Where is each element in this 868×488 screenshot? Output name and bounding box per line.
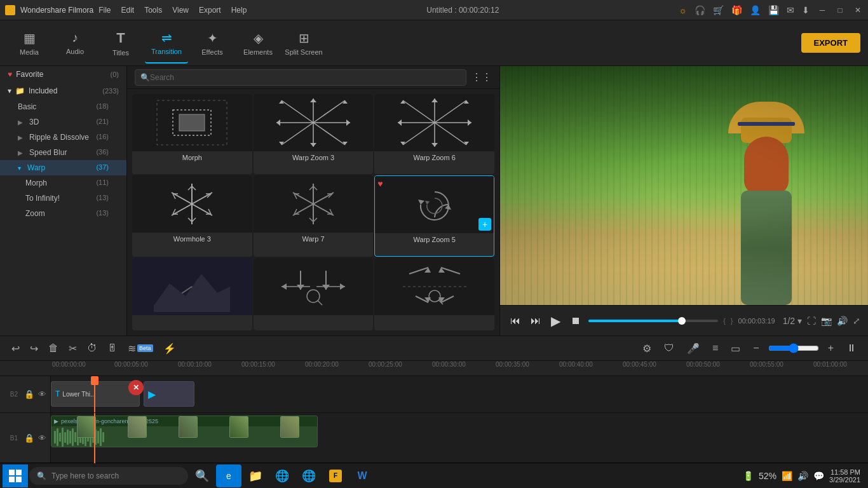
track-1-content[interactable]: ▶ pexels-maksim-goncharenok-5642525 bbox=[51, 413, 868, 463]
category-ripple[interactable]: ▶ Ripple & Dissolve (16) bbox=[0, 130, 126, 145]
task-app-filmora[interactable]: F bbox=[323, 464, 348, 487]
duration-button[interactable]: ⏱ bbox=[83, 340, 101, 356]
motion-button[interactable]: ⚡ bbox=[159, 340, 180, 357]
pause-timeline-btn[interactable]: ⏸ bbox=[843, 340, 860, 356]
category-zoom[interactable]: Zoom (13) bbox=[0, 206, 126, 221]
play-button[interactable]: ▶ bbox=[548, 311, 563, 331]
headphone-icon[interactable]: 🎧 bbox=[695, 5, 705, 15]
tool-titles[interactable]: T Titles bbox=[99, 23, 142, 64]
stop-button[interactable]: ⏹ bbox=[568, 313, 583, 329]
video-playhead[interactable] bbox=[94, 413, 95, 463]
track-1-eye[interactable]: 👁 bbox=[38, 433, 46, 443]
subtitle-icon[interactable]: ≡ bbox=[709, 340, 722, 356]
snapshot-button[interactable]: 📷 bbox=[821, 316, 832, 326]
transition-row3-3[interactable] bbox=[374, 258, 494, 330]
audio-waves-button[interactable]: ≋ Beta bbox=[124, 340, 157, 357]
category-included[interactable]: ▾ 📁 Included (233) bbox=[0, 83, 126, 99]
zoom-in-btn[interactable]: + bbox=[824, 340, 837, 356]
undo-button[interactable]: ↩ bbox=[8, 340, 24, 357]
menu-tools[interactable]: Tools bbox=[144, 6, 162, 15]
video-clip[interactable]: ▶ pexels-maksim-goncharenok-5642525 bbox=[51, 416, 318, 447]
tool-media[interactable]: ▦ Media bbox=[8, 23, 51, 64]
menu-help[interactable]: Help bbox=[231, 6, 247, 15]
step-back-button[interactable]: ⏮ bbox=[508, 313, 523, 329]
transition-warpzoom6[interactable]: Warp Zoom 6 bbox=[374, 94, 494, 174]
category-morph[interactable]: Morph (11) bbox=[0, 175, 126, 191]
transition-wormhole3[interactable]: Wormhole 3 bbox=[132, 175, 252, 257]
track-1-lock[interactable]: 🔒 bbox=[24, 433, 34, 443]
volume-button[interactable]: 🔊 bbox=[837, 316, 848, 326]
transition-warp7[interactable]: Warp 7 bbox=[254, 175, 374, 257]
maximize-button[interactable]: □ bbox=[835, 5, 845, 15]
shield-icon[interactable]: 🛡 bbox=[660, 340, 678, 356]
gift-icon[interactable]: 🎁 bbox=[731, 5, 742, 15]
wifi-icon[interactable]: 📶 bbox=[782, 471, 792, 481]
task-app-edge[interactable]: e bbox=[216, 464, 241, 487]
playhead[interactable] bbox=[94, 376, 95, 412]
tool-transition[interactable]: ⇌ Transition bbox=[145, 23, 188, 64]
progress-handle[interactable] bbox=[678, 317, 686, 325]
settings-icon[interactable]: ⚙ bbox=[639, 340, 655, 357]
overlay-icon[interactable]: ▭ bbox=[727, 340, 744, 357]
page-display[interactable]: 1/2 ▾ bbox=[783, 316, 802, 326]
delete-button[interactable]: 🗑 bbox=[44, 340, 62, 356]
close-button[interactable]: ✕ bbox=[853, 5, 863, 15]
start-button[interactable] bbox=[3, 464, 28, 487]
category-basic[interactable]: Basic (18) bbox=[0, 99, 126, 114]
audio-mix-button[interactable]: 🎚 bbox=[104, 340, 121, 356]
track-2-lock[interactable]: 🔒 bbox=[24, 390, 34, 399]
zoom-slider[interactable] bbox=[768, 343, 819, 353]
mail-icon[interactable]: ✉ bbox=[787, 5, 794, 15]
category-warp[interactable]: ▾ Warp (37) bbox=[0, 160, 126, 175]
transition-warpzoom3[interactable]: Warp Zoom 3 bbox=[254, 94, 374, 174]
add-transition-icon[interactable]: + bbox=[478, 218, 491, 231]
progress-bar[interactable] bbox=[588, 320, 718, 322]
title-clip-2[interactable]: ▶ bbox=[144, 381, 194, 407]
menu-export[interactable]: Export bbox=[199, 6, 221, 15]
track-2-content[interactable]: T Lower Thi... ✕ ▶ bbox=[51, 376, 868, 412]
battery-icon[interactable]: 🔋 bbox=[743, 471, 754, 481]
task-app-chrome1[interactable]: 🌐 bbox=[269, 464, 295, 487]
menu-file[interactable]: File bbox=[98, 6, 111, 15]
category-3d[interactable]: ▶ 3D (21) bbox=[0, 114, 126, 130]
account-icon[interactable]: 👤 bbox=[750, 5, 761, 15]
tool-splitscreen[interactable]: ⊞ Split Screen bbox=[282, 23, 325, 64]
category-favorite[interactable]: ♥ Favorite (0) bbox=[0, 66, 126, 83]
resize-button[interactable]: ⤢ bbox=[853, 316, 860, 326]
title-clip[interactable]: T Lower Thi... bbox=[51, 381, 140, 407]
brightness-icon[interactable]: ☼ bbox=[679, 5, 687, 15]
redo-button[interactable]: ↪ bbox=[26, 340, 42, 357]
tool-audio[interactable]: ♪ Audio bbox=[53, 23, 97, 64]
tool-effects[interactable]: ✦ Effects bbox=[191, 23, 234, 64]
taskbar-search[interactable]: 🔍 Type here to search bbox=[29, 467, 188, 485]
cart-icon[interactable]: 🛒 bbox=[713, 5, 724, 15]
task-app-word[interactable]: W bbox=[349, 464, 375, 487]
task-app-cortana[interactable]: 🔍 bbox=[189, 464, 215, 487]
transition-row3-1[interactable] bbox=[132, 258, 252, 330]
transition-morph[interactable]: Morph bbox=[132, 94, 252, 174]
transition-warpzoom5[interactable]: ♥ + Warp Zoom 5 bbox=[374, 175, 494, 257]
mic-icon[interactable]: 🎤 bbox=[683, 340, 703, 357]
save-icon[interactable]: 💾 bbox=[768, 5, 779, 15]
tool-elements[interactable]: ◈ Elements bbox=[236, 23, 280, 64]
menu-view[interactable]: View bbox=[172, 6, 189, 15]
mark-out-button[interactable]: } bbox=[731, 317, 733, 325]
menu-edit[interactable]: Edit bbox=[121, 6, 135, 15]
track-2-eye[interactable]: 👁 bbox=[38, 390, 46, 399]
export-button[interactable]: EXPORT bbox=[801, 33, 860, 53]
task-app-explorer[interactable]: 📁 bbox=[243, 464, 268, 487]
category-infinity[interactable]: To Infinity! (13) bbox=[0, 191, 126, 206]
grid-view-icon[interactable]: ⋮⋮ bbox=[471, 71, 492, 83]
mark-in-button[interactable]: { bbox=[723, 317, 726, 325]
volume-sys-icon[interactable]: 🔊 bbox=[797, 471, 808, 481]
search-input[interactable]: 🔍 Search bbox=[135, 69, 466, 86]
playhead-handle[interactable] bbox=[91, 376, 98, 385]
system-clock[interactable]: 11:58 PM 3/29/2021 bbox=[829, 468, 860, 484]
task-app-chrome2[interactable]: 🌐 bbox=[296, 464, 322, 487]
minimize-button[interactable]: ─ bbox=[817, 5, 827, 15]
download-icon[interactable]: ⬇ bbox=[802, 5, 810, 15]
category-speedblur[interactable]: ▶ Speed Blur (36) bbox=[0, 145, 126, 160]
fullscreen-button[interactable]: ⛶ bbox=[807, 316, 816, 326]
transition-row3-2[interactable] bbox=[254, 258, 374, 330]
notification-icon[interactable]: 💬 bbox=[813, 471, 824, 481]
